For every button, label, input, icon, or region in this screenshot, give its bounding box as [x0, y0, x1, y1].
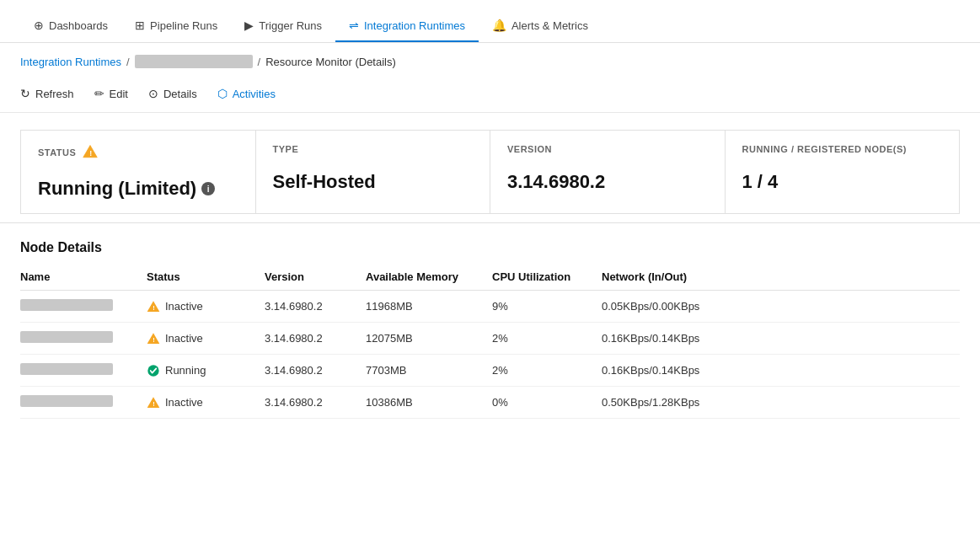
status-card-nodes: RUNNING / REGISTERED NODE(S) 1 / 4 [726, 130, 961, 214]
nav-item-pipeline-runs[interactable]: ⊞ Pipeline Runs [121, 10, 231, 42]
nav-item-label: Trigger Runs [259, 19, 322, 32]
col-status: Status [147, 264, 265, 291]
node-status-cell: !Inactive [147, 291, 265, 323]
warning-icon: ! [147, 395, 160, 409]
ok-icon [147, 363, 160, 377]
edit-icon: ✏ [94, 87, 104, 100]
status-cards: STATUS ! Running (Limited) i TYPE Self-H… [0, 113, 980, 223]
edit-label: Edit [110, 88, 128, 100]
breadcrumb-separator-1: / [126, 56, 130, 68]
node-version-cell: 3.14.6980.2 [265, 387, 366, 419]
warning-icon: ! [147, 331, 160, 345]
status-card-version: VERSION 3.14.6980.2 [490, 130, 726, 214]
node-name-cell [20, 291, 147, 323]
top-navigation: ⊕ Dashboards ⊞ Pipeline Runs ▶ Trigger R… [0, 0, 980, 43]
nodes-card-value: 1 / 4 [742, 171, 943, 193]
node-name-masked [20, 299, 113, 311]
dashboards-icon: ⊕ [34, 19, 44, 32]
nav-item-label: Pipeline Runs [150, 19, 217, 32]
node-network-cell: 0.05KBps/0.00KBps [602, 291, 960, 323]
col-version: Version [265, 264, 366, 291]
warning-icon: ! [147, 299, 160, 313]
node-name-cell [20, 355, 147, 387]
nav-item-trigger-runs[interactable]: ▶ Trigger Runs [231, 10, 335, 42]
node-cpu-cell: 9% [492, 291, 602, 323]
alerts-metrics-icon: 🔔 [492, 19, 506, 32]
node-details-title: Node Details [0, 223, 980, 264]
node-version-cell: 3.14.6980.2 [265, 323, 366, 355]
node-memory-cell: 11968MB [366, 291, 492, 323]
node-status-cell: Running [147, 355, 265, 387]
node-name-cell [20, 323, 147, 355]
status-card-status: STATUS ! Running (Limited) i [20, 130, 256, 214]
status-card-value: Running (Limited) i [38, 178, 238, 200]
node-version-cell: 3.14.6980.2 [265, 291, 366, 323]
table-row: !Inactive3.14.6980.212075MB2%0.16KBps/0.… [20, 323, 960, 355]
details-button[interactable]: ⊙ Details [148, 83, 197, 104]
col-network: Network (In/Out) [602, 264, 960, 291]
nav-item-alerts-metrics[interactable]: 🔔 Alerts & Metrics [479, 10, 602, 42]
breadcrumb-runtime-name [135, 55, 253, 68]
toolbar: ↻ Refresh ✏ Edit ⊙ Details ⬡ Activities [0, 77, 980, 113]
node-status-label: Inactive [165, 332, 203, 345]
details-icon: ⊙ [148, 87, 158, 100]
col-cpu: CPU Utilization [492, 264, 602, 291]
node-status-cell: !Inactive [147, 387, 265, 419]
node-status-cell: !Inactive [147, 323, 265, 355]
nodes-card-label: RUNNING / REGISTERED NODE(S) [742, 144, 943, 154]
node-status-label: Inactive [165, 300, 203, 313]
breadcrumb-link[interactable]: Integration Runtimes [20, 56, 121, 68]
integration-runtimes-icon: ⇌ [349, 19, 359, 32]
version-card-label: VERSION [507, 144, 708, 154]
refresh-icon: ↻ [20, 87, 30, 100]
svg-text:!: ! [153, 336, 154, 344]
table-row: !Inactive3.14.6980.210386MB0%0.50KBps/1.… [20, 387, 960, 419]
type-card-label: TYPE [273, 144, 474, 154]
node-status-label: Running [165, 364, 206, 377]
edit-button[interactable]: ✏ Edit [94, 83, 128, 104]
node-cpu-cell: 0% [492, 387, 602, 419]
refresh-button[interactable]: ↻ Refresh [20, 83, 74, 104]
status-card-label: STATUS ! [38, 144, 238, 161]
activities-button[interactable]: ⬡ Activities [217, 83, 276, 104]
status-card-type: TYPE Self-Hosted [256, 130, 491, 214]
type-card-value: Self-Hosted [273, 171, 474, 193]
svg-text:!: ! [90, 149, 93, 158]
version-card-value: 3.14.6980.2 [507, 171, 708, 193]
node-status-label: Inactive [165, 396, 203, 409]
node-memory-cell: 12075MB [366, 323, 492, 355]
node-name-masked [20, 363, 113, 375]
refresh-label: Refresh [35, 88, 74, 100]
node-name-masked [20, 395, 113, 407]
node-cpu-cell: 2% [492, 355, 602, 387]
pipeline-runs-icon: ⊞ [135, 19, 145, 32]
svg-text:!: ! [153, 400, 154, 408]
node-network-cell: 0.16KBps/0.14KBps [602, 355, 960, 387]
activities-label: Activities [233, 88, 276, 100]
breadcrumb-current-page: Resource Monitor (Details) [265, 56, 396, 68]
table-row: Running3.14.6980.27703MB2%0.16KBps/0.14K… [20, 355, 960, 387]
nav-item-dashboards[interactable]: ⊕ Dashboards [20, 10, 121, 42]
details-label: Details [163, 88, 197, 100]
breadcrumb: Integration Runtimes / / Resource Monito… [0, 43, 980, 77]
nav-item-integration-runtimes[interactable]: ⇌ Integration Runtimes [335, 10, 479, 42]
node-name-cell [20, 387, 147, 419]
node-version-cell: 3.14.6980.2 [265, 355, 366, 387]
node-cpu-cell: 2% [492, 323, 602, 355]
trigger-runs-icon: ▶ [244, 19, 254, 32]
nav-item-label: Alerts & Metrics [511, 19, 588, 32]
node-network-cell: 0.16KBps/0.14KBps [602, 323, 960, 355]
breadcrumb-separator-2: / [258, 56, 261, 68]
col-memory: Available Memory [366, 264, 492, 291]
node-memory-cell: 7703MB [366, 355, 492, 387]
col-name: Name [20, 264, 147, 291]
svg-text:!: ! [153, 304, 154, 312]
activities-icon: ⬡ [217, 87, 228, 100]
node-memory-cell: 10386MB [366, 387, 492, 419]
node-details-table: Name Status Version Available Memory CPU… [20, 264, 960, 419]
status-info-icon[interactable]: i [201, 182, 215, 195]
nav-item-label: Dashboards [49, 19, 108, 32]
nav-item-label: Integration Runtimes [364, 19, 465, 32]
table-row: !Inactive3.14.6980.211968MB9%0.05KBps/0.… [20, 291, 960, 323]
node-network-cell: 0.50KBps/1.28KBps [602, 387, 960, 419]
